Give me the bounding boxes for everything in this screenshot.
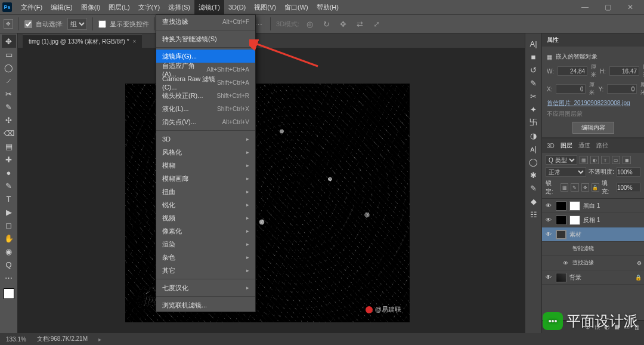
tool-9[interactable]: ✚ bbox=[2, 153, 16, 166]
right-icon-2[interactable]: ↺ bbox=[527, 63, 540, 76]
menu-item-21[interactable]: 其它 bbox=[156, 264, 255, 277]
close-tab-icon[interactable]: × bbox=[133, 38, 137, 45]
menu-item-19[interactable]: 渲染 bbox=[156, 238, 255, 251]
menu-item-13[interactable]: 模糊 bbox=[156, 159, 255, 172]
filter-shape-icon[interactable]: ▭ bbox=[612, 156, 620, 164]
tool-4[interactable]: ✂ bbox=[2, 87, 16, 100]
tool-12[interactable]: T bbox=[2, 192, 16, 205]
visibility-toggle[interactable]: 👁 bbox=[544, 202, 553, 209]
tool-14[interactable]: ◻ bbox=[2, 218, 16, 232]
right-icon-13[interactable]: ☷ bbox=[527, 208, 540, 221]
menu-item-15[interactable]: 扭曲 bbox=[156, 185, 255, 198]
menu-1[interactable]: 编辑(E) bbox=[47, 0, 77, 14]
blend-mode-select[interactable]: 正常 bbox=[546, 167, 586, 177]
source-file-link[interactable]: 首信图片_20190908230008.jpg bbox=[547, 99, 639, 107]
tool-10[interactable]: ● bbox=[2, 166, 16, 179]
properties-panel-tab[interactable]: 属性 bbox=[542, 33, 644, 47]
filter-options-icon[interactable]: ⚙ bbox=[637, 260, 642, 266]
menu-10[interactable]: 帮助(H) bbox=[312, 0, 343, 14]
tool-0[interactable]: ✥ bbox=[2, 35, 16, 48]
filter-menu-dropdown[interactable]: 查找边缘Alt+Ctrl+F转换为智能滤镜(S)滤镜库(G)...自适应广角(A… bbox=[156, 14, 256, 312]
tool-16[interactable]: ◉ bbox=[2, 245, 16, 258]
zoom-level[interactable]: 133.1% bbox=[6, 336, 26, 343]
menu-item-7[interactable]: 镜头校正(R)...Shift+Ctrl+R bbox=[156, 89, 255, 102]
right-icon-8[interactable]: ᴀ| bbox=[527, 142, 540, 155]
right-icon-4[interactable]: ✂ bbox=[527, 90, 540, 103]
menu-item-2[interactable]: 转换为智能滤镜(S) bbox=[156, 32, 255, 45]
menu-3[interactable]: 图层(L) bbox=[104, 0, 134, 14]
menu-item-18[interactable]: 像素化 bbox=[156, 224, 255, 238]
menu-item-17[interactable]: 视频 bbox=[156, 211, 255, 224]
right-icon-9[interactable]: ◯ bbox=[527, 155, 540, 168]
menu-item-0[interactable]: 查找边缘Alt+Ctrl+F bbox=[156, 15, 255, 28]
close-button[interactable]: ✕ bbox=[619, 0, 642, 14]
minimize-button[interactable]: — bbox=[574, 0, 596, 14]
3d-roll-icon[interactable]: ↻ bbox=[320, 17, 333, 30]
3d-orbit-icon[interactable]: ◎ bbox=[303, 17, 316, 30]
menu-7[interactable]: 3D(D) bbox=[224, 0, 250, 14]
visibility-toggle[interactable]: 👁 bbox=[544, 231, 553, 238]
3d-slide-icon[interactable]: ⇄ bbox=[353, 17, 366, 30]
show-transform-checkbox[interactable] bbox=[98, 20, 106, 28]
tab-3d[interactable]: 3D bbox=[547, 143, 555, 149]
tab-channels[interactable]: 通道 bbox=[578, 141, 590, 150]
menu-8[interactable]: 视图(V) bbox=[250, 0, 280, 14]
right-icon-11[interactable]: ✎ bbox=[527, 181, 540, 195]
y-input[interactable] bbox=[607, 84, 637, 94]
menu-0[interactable]: 文件(F) bbox=[17, 0, 47, 14]
right-icon-6[interactable]: 卐 bbox=[527, 116, 540, 129]
right-icon-10[interactable]: ✱ bbox=[527, 168, 540, 181]
tool-15[interactable]: ✋ bbox=[2, 232, 16, 245]
document-tab[interactable]: timg (1).jpg @ 133% (素材, RGB/8#) * × bbox=[23, 35, 142, 48]
lock-all-icon[interactable]: 🔒 bbox=[592, 183, 599, 192]
menu-item-11[interactable]: 3D bbox=[156, 133, 255, 146]
menu-item-9[interactable]: 消失点(V)...Alt+Ctrl+V bbox=[156, 115, 255, 128]
auto-select-checkbox[interactable] bbox=[24, 20, 32, 28]
lock-transparency-icon[interactable]: ▦ bbox=[561, 183, 568, 192]
tool-18[interactable]: ⋯ bbox=[2, 271, 16, 284]
visibility-toggle[interactable]: 👁 bbox=[544, 217, 553, 223]
tool-6[interactable]: ✣ bbox=[2, 113, 16, 127]
3d-pan-icon[interactable]: ✥ bbox=[336, 17, 349, 30]
tool-7[interactable]: ⌫ bbox=[2, 127, 16, 140]
visibility-toggle[interactable]: 👁 bbox=[544, 274, 553, 281]
3d-scale-icon[interactable]: ⤢ bbox=[370, 17, 383, 30]
right-icon-12[interactable]: ◆ bbox=[527, 195, 540, 208]
filter-smart-icon[interactable]: ◼ bbox=[623, 156, 631, 164]
width-input[interactable] bbox=[558, 66, 587, 76]
tool-13[interactable]: ▶ bbox=[2, 205, 16, 218]
menu-9[interactable]: 窗口(W) bbox=[280, 0, 312, 14]
edit-contents-button[interactable]: 编辑内容 bbox=[572, 122, 614, 134]
menu-6[interactable]: 滤镜(T) bbox=[194, 0, 224, 14]
tab-paths[interactable]: 路径 bbox=[596, 141, 608, 150]
tool-8[interactable]: ▤ bbox=[2, 140, 16, 153]
menu-4[interactable]: 文字(Y) bbox=[134, 0, 165, 14]
menu-item-12[interactable]: 风格化 bbox=[156, 146, 255, 159]
lock-position-icon[interactable]: ✥ bbox=[581, 183, 589, 192]
maximize-button[interactable]: ▢ bbox=[596, 0, 619, 14]
right-icon-7[interactable]: ◑ bbox=[527, 129, 540, 142]
tool-3[interactable]: ⟋ bbox=[2, 74, 16, 87]
opacity-input[interactable] bbox=[617, 167, 640, 177]
layer-row-4[interactable]: 👁查找边缘⚙ bbox=[542, 256, 644, 270]
right-icon-3[interactable]: ✎ bbox=[527, 76, 540, 90]
tool-17[interactable]: Q bbox=[2, 258, 16, 271]
layer-row-3[interactable]: 智能滤镜 bbox=[542, 242, 644, 256]
fill-input[interactable] bbox=[617, 183, 640, 192]
auto-select-dropdown[interactable]: 组 bbox=[67, 18, 87, 30]
menu-item-16[interactable]: 锐化 bbox=[156, 198, 255, 211]
menu-item-8[interactable]: 液化(L)...Shift+Ctrl+X bbox=[156, 102, 255, 115]
menu-2[interactable]: 图像(I) bbox=[77, 0, 104, 14]
height-input[interactable] bbox=[609, 66, 639, 76]
filter-type-icon[interactable]: T bbox=[601, 156, 609, 164]
menu-item-20[interactable]: 杂色 bbox=[156, 251, 255, 264]
menu-item-14[interactable]: 模糊画廊 bbox=[156, 172, 255, 185]
right-icon-0[interactable]: A| bbox=[527, 37, 540, 50]
tab-layers[interactable]: 图层 bbox=[561, 141, 572, 150]
status-more-icon[interactable]: ▸ bbox=[98, 336, 101, 343]
menu-5[interactable]: 选择(S) bbox=[164, 0, 194, 14]
menu-item-6[interactable]: Camera Raw 滤镜(C)...Shift+Ctrl+A bbox=[156, 76, 255, 89]
layer-row-0[interactable]: 👁黑白 1 bbox=[542, 199, 644, 213]
right-icon-5[interactable]: ✦ bbox=[527, 103, 540, 116]
tool-5[interactable]: ✎ bbox=[2, 100, 16, 113]
